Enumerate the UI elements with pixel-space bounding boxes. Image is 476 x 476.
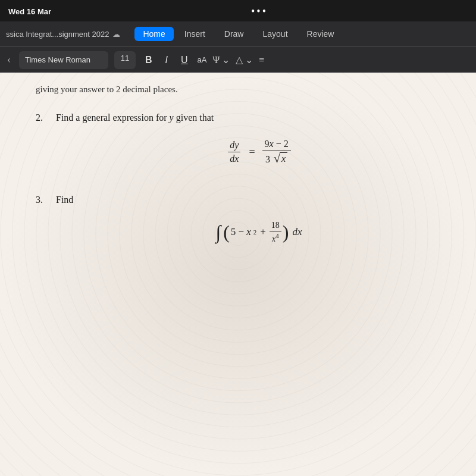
status-dots: ••• [251,5,268,18]
question-3-text: Find [56,195,73,205]
intro-text: giving your answer to 2 decimal places. [36,84,446,95]
numerator: 9x − 2 [262,139,291,151]
tab-home[interactable]: Home [134,27,173,41]
tab-review[interactable]: Review [299,27,343,41]
sqrt-wrapper: √ x [274,152,287,164]
question-3-math: ∫ ( 5 − x2 + 18 x4 ) dx [71,221,446,244]
highlight-icon[interactable]: △ ⌄ [236,54,253,65]
equals-sign: = [249,146,255,158]
integral-sign: ∫ [215,223,221,242]
question-2-header: 2. Find a general expression for y given… [36,112,446,123]
formatting-bar: ‹ Times New Roman 11 B I U aA Ψ ⌄ △ ⌄ ≡ [0,46,476,73]
doc-title-text: ssica Integrat...signment 2022 [6,30,109,39]
status-bar: Wed 16 Mar ••• [0,0,476,21]
underline-button[interactable]: U [177,54,192,67]
question-2-number: 2. [36,112,48,123]
font-size-input[interactable]: 11 [114,51,136,69]
document-area: giving your answer to 2 decimal places. … [0,73,476,476]
integral-expression: ∫ ( 5 − x2 + 18 x4 ) dx [215,221,302,244]
open-paren: ( [223,223,230,242]
question-2-math: dy dx = 9x − 2 3 √ x [71,139,446,165]
cloud-icon: ☁ [112,30,120,39]
dx-label: dx [293,226,302,238]
close-paren: ) [283,223,289,242]
integral-content: 5 − x2 + 18 x4 [231,221,281,244]
nav-items: Home Insert Draw Layout Review [134,27,342,41]
doc-title: ssica Integrat...signment 2022 ☁ [6,30,120,39]
frac-denominator-x4: x4 [270,231,281,244]
question-2: 2. Find a general expression for y given… [36,112,446,165]
rhs-fraction: 9x − 2 3 √ x [262,139,291,165]
back-arrow-icon[interactable]: ‹ [7,54,11,66]
frac-numerator-18: 18 [270,221,281,231]
paragraph-icon[interactable]: ≡ [259,55,264,65]
sqrt-content: x [280,152,287,164]
x4-exp: 4 [275,232,279,239]
aa-label[interactable]: aA [198,55,207,64]
question-3-number: 3. [36,195,48,205]
time-display: Wed 16 Mar [8,7,51,16]
question-3: 3. Find ∫ ( 5 − x2 + 18 x4 ) dx [36,195,446,244]
tab-insert[interactable]: Insert [176,27,214,41]
dx: dx [228,152,240,164]
font-size-value: 11 [121,54,129,62]
question-3-header: 3. Find [36,195,446,205]
tab-draw[interactable]: Draw [216,27,252,41]
fraction-18-x4: 18 x4 [270,221,281,244]
x-squared-exp: 2 [253,228,257,236]
denominator: 3 √ x [263,151,290,165]
question-2-text: Find a general expression for y given th… [56,112,214,123]
dy-dx-fraction: dy dx [228,140,240,164]
font-name-label: Times New Roman [25,55,90,64]
bold-button[interactable]: B [142,54,156,67]
math-expression-2: dy dx = 9x − 2 3 √ x [224,139,293,165]
tab-bar: ssica Integrat...signment 2022 ☁ Home In… [0,21,476,46]
text-color-icon[interactable]: Ψ ⌄ [212,54,230,65]
font-selector[interactable]: Times New Roman [19,51,108,69]
italic-button[interactable]: I [162,54,171,67]
tab-layout[interactable]: Layout [254,27,296,41]
dy: dy [228,140,240,152]
